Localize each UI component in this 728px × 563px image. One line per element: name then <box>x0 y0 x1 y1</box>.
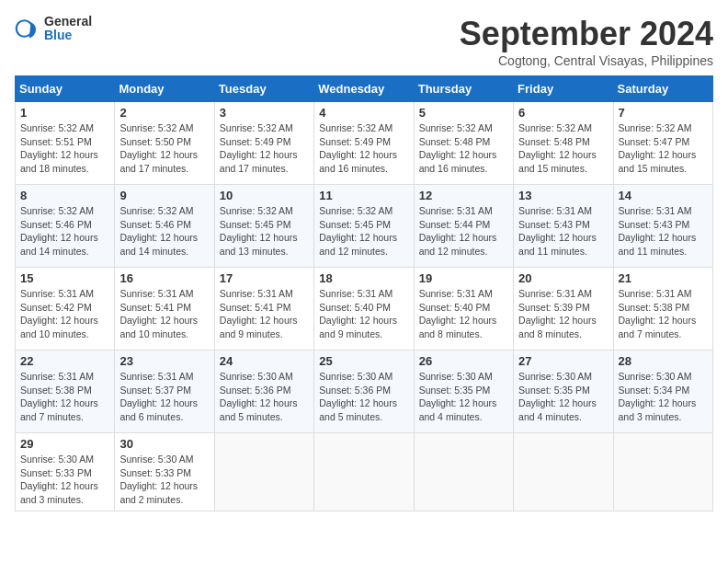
day-number: 25 <box>319 354 408 368</box>
calendar-cell: 18 Sunrise: 5:31 AM Sunset: 5:40 PM Dayl… <box>314 268 414 350</box>
sunset-time: Sunset: 5:38 PM <box>619 302 690 313</box>
sunrise-time: Sunrise: 5:31 AM <box>619 288 692 299</box>
weekday-header-monday: Monday <box>115 76 214 102</box>
sunset-time: Sunset: 5:38 PM <box>20 385 92 396</box>
day-info: Sunrise: 5:31 AM Sunset: 5:39 PM Dayligh… <box>518 287 608 341</box>
calendar-cell: 4 Sunrise: 5:32 AM Sunset: 5:49 PM Dayli… <box>314 102 414 185</box>
sunset-time: Sunset: 5:39 PM <box>518 302 590 313</box>
calendar-cell <box>214 433 313 511</box>
daylight-hours: Daylight: 12 hours and 11 minutes. <box>518 232 597 257</box>
sunrise-time: Sunrise: 5:30 AM <box>119 454 193 465</box>
page-header: General Blue September 2024 Cogtong, Cen… <box>15 15 713 68</box>
sunrise-time: Sunrise: 5:30 AM <box>518 371 592 382</box>
day-number: 22 <box>20 354 109 368</box>
title-area: September 2024 Cogtong, Central Visayas,… <box>460 15 713 68</box>
calendar-cell: 8 Sunrise: 5:32 AM Sunset: 5:46 PM Dayli… <box>16 185 115 268</box>
sunset-time: Sunset: 5:48 PM <box>419 136 491 147</box>
sunrise-time: Sunrise: 5:31 AM <box>20 288 94 299</box>
sunset-time: Sunset: 5:41 PM <box>119 302 191 313</box>
sunrise-time: Sunrise: 5:31 AM <box>518 205 592 216</box>
sunrise-time: Sunrise: 5:31 AM <box>619 205 692 216</box>
sunset-time: Sunset: 5:41 PM <box>220 302 291 313</box>
sunrise-time: Sunrise: 5:31 AM <box>419 205 493 216</box>
daylight-hours: Daylight: 12 hours and 16 minutes. <box>419 149 497 174</box>
sunset-time: Sunset: 5:44 PM <box>419 219 491 230</box>
calendar-cell: 20 Sunrise: 5:31 AM Sunset: 5:39 PM Dayl… <box>514 268 613 350</box>
sunset-time: Sunset: 5:35 PM <box>419 385 491 396</box>
sunset-time: Sunset: 5:42 PM <box>20 302 92 313</box>
calendar-cell: 19 Sunrise: 5:31 AM Sunset: 5:40 PM Dayl… <box>414 268 513 350</box>
day-info: Sunrise: 5:31 AM Sunset: 5:41 PM Dayligh… <box>220 287 309 341</box>
day-number: 26 <box>419 354 508 368</box>
day-info: Sunrise: 5:32 AM Sunset: 5:46 PM Dayligh… <box>20 204 109 259</box>
daylight-hours: Daylight: 12 hours and 9 minutes. <box>220 315 298 339</box>
daylight-hours: Daylight: 12 hours and 13 minutes. <box>220 232 298 257</box>
day-info: Sunrise: 5:31 AM Sunset: 5:40 PM Dayligh… <box>419 287 508 341</box>
sunrise-time: Sunrise: 5:30 AM <box>419 371 493 382</box>
sunset-time: Sunset: 5:46 PM <box>20 219 92 230</box>
sunrise-time: Sunrise: 5:31 AM <box>119 371 193 382</box>
day-number: 23 <box>119 354 209 368</box>
day-number: 18 <box>319 271 408 285</box>
sunrise-time: Sunrise: 5:32 AM <box>119 122 193 133</box>
sunrise-time: Sunrise: 5:30 AM <box>619 371 692 382</box>
weekday-header-sunday: Sunday <box>16 76 115 102</box>
daylight-hours: Daylight: 12 hours and 15 minutes. <box>518 149 597 174</box>
calendar-cell <box>314 433 414 511</box>
calendar-cell: 5 Sunrise: 5:32 AM Sunset: 5:48 PM Dayli… <box>414 102 513 185</box>
day-info: Sunrise: 5:30 AM Sunset: 5:35 PM Dayligh… <box>419 370 508 424</box>
daylight-hours: Daylight: 12 hours and 5 minutes. <box>319 397 397 422</box>
daylight-hours: Daylight: 12 hours and 14 minutes. <box>20 232 98 257</box>
logo-icon <box>15 16 40 41</box>
sunrise-time: Sunrise: 5:31 AM <box>319 288 392 299</box>
calendar-cell: 7 Sunrise: 5:32 AM Sunset: 5:47 PM Dayli… <box>613 102 712 185</box>
day-number: 28 <box>619 354 708 368</box>
weekday-header-row: SundayMondayTuesdayWednesdayThursdayFrid… <box>16 76 713 102</box>
day-number: 6 <box>518 106 608 120</box>
calendar-cell: 3 Sunrise: 5:32 AM Sunset: 5:49 PM Dayli… <box>214 102 313 185</box>
calendar-cell: 17 Sunrise: 5:31 AM Sunset: 5:41 PM Dayl… <box>214 268 313 350</box>
calendar-cell: 13 Sunrise: 5:31 AM Sunset: 5:43 PM Dayl… <box>514 185 613 268</box>
day-number: 8 <box>20 189 109 202</box>
day-info: Sunrise: 5:31 AM Sunset: 5:40 PM Dayligh… <box>319 287 408 341</box>
sunrise-time: Sunrise: 5:32 AM <box>220 205 293 216</box>
daylight-hours: Daylight: 12 hours and 10 minutes. <box>20 315 98 339</box>
weekday-header-tuesday: Tuesday <box>214 76 313 102</box>
sunset-time: Sunset: 5:43 PM <box>619 219 690 230</box>
sunset-time: Sunset: 5:50 PM <box>119 136 191 147</box>
daylight-hours: Daylight: 12 hours and 7 minutes. <box>20 397 98 422</box>
day-number: 30 <box>119 437 209 451</box>
sunrise-time: Sunrise: 5:32 AM <box>319 205 392 216</box>
calendar-cell: 11 Sunrise: 5:32 AM Sunset: 5:45 PM Dayl… <box>314 185 414 268</box>
sunrise-time: Sunrise: 5:31 AM <box>20 371 94 382</box>
calendar-cell: 24 Sunrise: 5:30 AM Sunset: 5:36 PM Dayl… <box>214 350 313 433</box>
daylight-hours: Daylight: 12 hours and 11 minutes. <box>619 232 697 257</box>
sunrise-time: Sunrise: 5:30 AM <box>20 454 94 465</box>
calendar-cell: 30 Sunrise: 5:30 AM Sunset: 5:33 PM Dayl… <box>115 433 214 511</box>
day-number: 9 <box>119 189 209 202</box>
logo: General Blue <box>15 15 92 43</box>
calendar-cell <box>613 433 712 511</box>
day-info: Sunrise: 5:31 AM Sunset: 5:42 PM Dayligh… <box>20 287 109 341</box>
sunrise-time: Sunrise: 5:32 AM <box>419 122 493 133</box>
calendar-cell: 12 Sunrise: 5:31 AM Sunset: 5:44 PM Dayl… <box>414 185 513 268</box>
sunset-time: Sunset: 5:43 PM <box>518 219 590 230</box>
sunset-time: Sunset: 5:45 PM <box>220 219 291 230</box>
day-info: Sunrise: 5:32 AM Sunset: 5:48 PM Dayligh… <box>419 121 508 176</box>
calendar-cell: 22 Sunrise: 5:31 AM Sunset: 5:38 PM Dayl… <box>16 350 115 433</box>
daylight-hours: Daylight: 12 hours and 3 minutes. <box>20 480 98 505</box>
calendar-cell: 21 Sunrise: 5:31 AM Sunset: 5:38 PM Dayl… <box>613 268 712 350</box>
weekday-header-friday: Friday <box>514 76 613 102</box>
day-number: 27 <box>518 354 608 368</box>
day-info: Sunrise: 5:30 AM Sunset: 5:33 PM Dayligh… <box>20 453 109 507</box>
day-number: 3 <box>220 106 309 120</box>
day-info: Sunrise: 5:31 AM Sunset: 5:44 PM Dayligh… <box>419 204 508 259</box>
day-number: 17 <box>220 271 309 285</box>
calendar-cell: 9 Sunrise: 5:32 AM Sunset: 5:46 PM Dayli… <box>115 185 214 268</box>
weekday-header-wednesday: Wednesday <box>314 76 414 102</box>
sunset-time: Sunset: 5:45 PM <box>319 219 391 230</box>
day-number: 13 <box>518 189 608 202</box>
calendar-cell: 23 Sunrise: 5:31 AM Sunset: 5:37 PM Dayl… <box>115 350 214 433</box>
calendar-cell: 26 Sunrise: 5:30 AM Sunset: 5:35 PM Dayl… <box>414 350 513 433</box>
sunset-time: Sunset: 5:37 PM <box>119 385 191 396</box>
